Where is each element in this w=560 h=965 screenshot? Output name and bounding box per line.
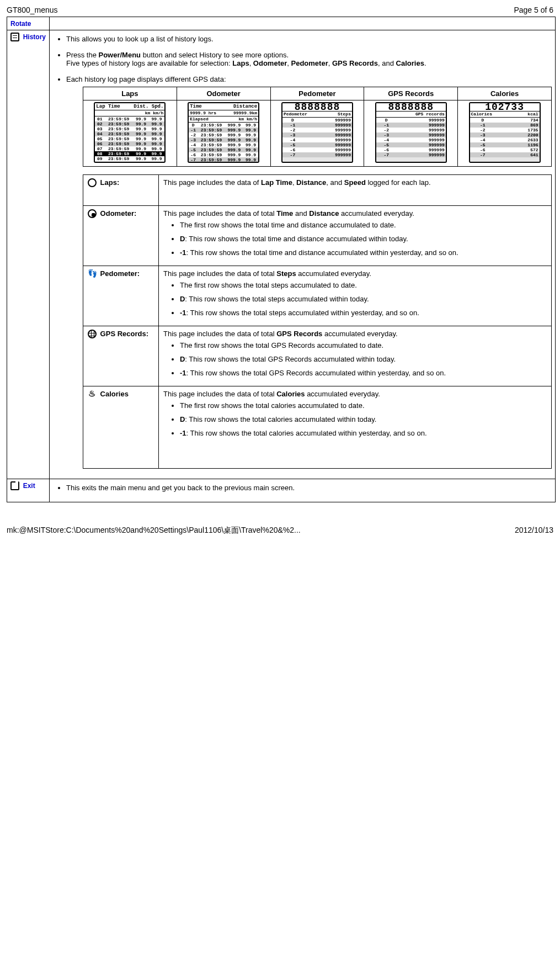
detail-laps-row: Laps: This page includes the data of Lap… xyxy=(83,175,551,206)
globe-icon xyxy=(88,330,97,338)
row-rotate: Rotate xyxy=(7,17,556,30)
row-history: History This allows you to look up a lis… xyxy=(7,30,556,479)
detail-gps-row: GPS Records: This page includes the data… xyxy=(83,326,551,386)
page-indicator: Page 5 of 6 xyxy=(514,6,553,14)
footprint-icon: 👣 xyxy=(88,269,97,278)
history-intro3: Each history log page displays different… xyxy=(66,75,552,469)
lcd-calories: 102733CalorieskcalD734-1869-21735-32200-… xyxy=(469,102,541,163)
list-item: D: This row shows the total steps accumu… xyxy=(180,295,547,303)
footer-path: mk:@MSITStore:C:\Documents%20and%20Setti… xyxy=(7,526,301,535)
detail-odometer-row: Odometer: This page includes the data of… xyxy=(83,206,551,266)
details-table: Laps: This page includes the data of Lap… xyxy=(83,174,552,469)
ring-icon xyxy=(88,178,97,187)
history-icon xyxy=(10,33,19,41)
meter-icon xyxy=(88,209,97,218)
doc-title: GT800_menus xyxy=(7,6,58,14)
row-exit: Exit This exits the main menu and get yo… xyxy=(7,479,556,502)
rotate-link[interactable]: Rotate xyxy=(10,20,31,28)
detail-calories-row: ♨ Calories This page includes the data o… xyxy=(83,386,551,469)
content: Rotate History This allows you to look u… xyxy=(0,17,560,509)
list-item: D: This row shows the total calories acc… xyxy=(180,415,547,423)
lcd-gps: 8888888GPS recordsD999999-1999999-299999… xyxy=(375,102,447,163)
lcd-odometer: TimeDistance9999.9 hrs99999.9kmElapsedkm… xyxy=(188,102,259,163)
lcd-screenshots-table: Laps Odometer Pedometer GPS Records Calo… xyxy=(83,87,552,167)
list-item: D: This row shows the total time and dis… xyxy=(180,235,547,243)
detail-pedometer-row: 👣 Pedometer: This page includes the data… xyxy=(83,266,551,326)
lcd-hdr-odometer: Odometer xyxy=(177,87,270,100)
history-intro1: This allows you to look up a list of his… xyxy=(66,35,552,43)
list-item: -1: This row shows the total time and di… xyxy=(180,248,547,257)
main-table: Rotate History This allows you to look u… xyxy=(7,17,556,502)
lcd-hdr-gps: GPS Records xyxy=(364,87,458,100)
list-item: -1: This row shows the total steps accum… xyxy=(180,309,547,317)
page-footer: mk:@MSITStore:C:\Documents%20and%20Setti… xyxy=(0,509,560,542)
lcd-hdr-pedometer: Pedometer xyxy=(270,87,364,100)
list-item: The first row shows the total GPS Record… xyxy=(180,341,547,349)
lcd-laps: Lap TimeDist. Spd.km km/h0123:59:5999.99… xyxy=(94,102,166,163)
list-item: -1: This row shows the total GPS Records… xyxy=(180,369,547,377)
exit-link[interactable]: Exit xyxy=(23,482,35,490)
fire-icon: ♨ xyxy=(88,390,97,399)
list-item: -1: This row shows the total calories ac… xyxy=(180,429,547,437)
list-item: The first row shows the total calories a… xyxy=(180,401,547,410)
list-item: The first row shows the total steps accu… xyxy=(180,281,547,289)
exit-text: This exits the main menu and get you bac… xyxy=(66,484,552,492)
history-link[interactable]: History xyxy=(23,33,46,41)
page-header: GT800_menus Page 5 of 6 xyxy=(0,0,560,17)
lcd-pedometer: 8888888PedometerStepsD999999-1999999-299… xyxy=(281,102,353,163)
history-intro2: Press the Power/Menu button and select H… xyxy=(66,51,552,67)
lcd-hdr-calories: Calories xyxy=(458,87,552,100)
list-item: The first row shows the total time and d… xyxy=(180,221,547,229)
exit-icon xyxy=(10,481,19,490)
list-item: D: This row shows the total GPS Records … xyxy=(180,355,547,363)
lcd-hdr-laps: Laps xyxy=(83,87,177,100)
footer-date: 2012/10/13 xyxy=(515,526,553,535)
